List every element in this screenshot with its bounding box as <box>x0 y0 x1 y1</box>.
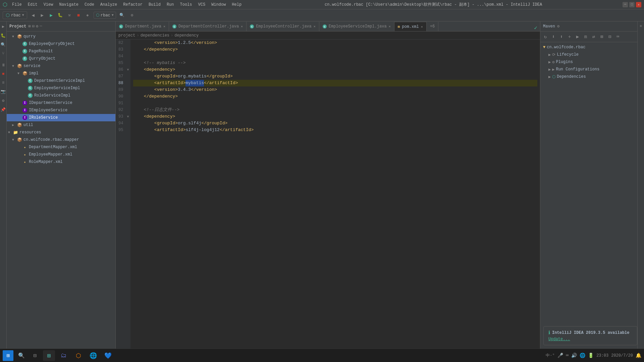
settings-toolbar-icon[interactable]: ⚙ <box>128 11 136 19</box>
tab-empserviceimpl-java[interactable]: C EmployeeServiceImpl.java ✕ <box>319 22 394 31</box>
menu-edit[interactable]: Edit <box>25 2 40 8</box>
tree-item-util[interactable]: ▶ 📦 util <box>7 121 115 129</box>
coverage-icon[interactable]: ◈ <box>84 11 92 19</box>
tree-item-pageresult[interactable]: C PageRusult <box>7 48 115 55</box>
tab-empcontroller-java[interactable]: C EmployeeController.java ✕ <box>247 22 319 31</box>
left-edge-camera-icon[interactable]: 📷 <box>1 89 6 94</box>
panel-collapse-icon[interactable]: ⊟ <box>32 24 35 29</box>
maven-link-icon[interactable]: ⌨ <box>614 33 622 41</box>
maven-upload-icon[interactable]: ⬆ <box>558 33 565 41</box>
run-button[interactable]: ▶ <box>47 11 55 19</box>
tab-close-empctrl[interactable]: ✕ <box>314 24 316 28</box>
panel-close-icon[interactable]: — <box>40 24 42 29</box>
left-edge-run-icon[interactable]: ▶ <box>2 24 4 29</box>
tree-item-deptserviceimpl[interactable]: C DepartmentServiceImpl <box>7 77 115 84</box>
taskbar-search-icon[interactable]: 🔍 <box>16 350 27 361</box>
tree-item-qurry[interactable]: ▼ 📦 qurry <box>7 33 115 40</box>
menu-file[interactable]: File <box>9 2 24 8</box>
tab-close-deptctrl[interactable]: ✕ <box>241 24 243 28</box>
tab-close-pom[interactable]: ✕ <box>421 25 423 29</box>
maven-expand-icon[interactable]: ⊞ <box>598 33 605 41</box>
maven-item-runconfigs[interactable]: ▶ ▶ Run Configurations <box>540 66 637 73</box>
tree-item-mapper[interactable]: ▼ 📦 cn.wolfcode.rbac.mapper <box>7 136 115 143</box>
start-button[interactable]: ⊞ <box>3 350 13 361</box>
menu-navigate[interactable]: Navigate <box>56 2 81 8</box>
panel-settings-icon[interactable]: ⚙ <box>36 24 38 29</box>
taskbar-app2[interactable]: 🗂 <box>58 350 70 361</box>
tree-item-empmapper[interactable]: ✦ EmployeeMapper.xml <box>7 151 115 158</box>
menu-build[interactable]: Build <box>146 2 163 8</box>
menu-analyze[interactable]: Analyze <box>98 2 120 8</box>
tab-close-department[interactable]: ✕ <box>163 24 165 28</box>
left-edge-pause-icon[interactable]: ⏸ <box>1 63 5 68</box>
maven-download-icon[interactable]: ⬇ <box>550 33 557 41</box>
tree-item-employeeqo[interactable]: C EmployeeQurryObject <box>7 40 115 48</box>
maven-add-icon[interactable]: + <box>566 33 573 41</box>
menu-code[interactable]: Code <box>82 2 97 8</box>
right-edge-icon1[interactable]: ≡ <box>640 24 642 28</box>
navigate-forward-icon[interactable]: ▶ <box>38 11 46 19</box>
code-area[interactable]: <version>1.2.5</version> </dependency> <… <box>130 40 540 353</box>
taskbar-taskview-icon[interactable]: ⊟ <box>30 350 40 361</box>
tab-deptcontroller-java[interactable]: C DepartmentController.java ✕ <box>169 22 247 31</box>
taskbar-app4[interactable]: 🌐 <box>87 350 99 361</box>
stop-button[interactable]: ■ <box>74 11 83 19</box>
breadcrumb-dependencies[interactable]: dependencies <box>141 33 169 38</box>
menu-tools[interactable]: Tools <box>177 2 195 8</box>
tab-close-empserviceimpl[interactable]: ✕ <box>389 24 391 28</box>
tree-item-roleserviceimpl[interactable]: C RoleServiceImpl <box>7 92 115 99</box>
fold-93[interactable]: ▼ <box>127 113 129 120</box>
tree-item-iempservice[interactable]: I IEmployeeService <box>7 107 115 114</box>
tree-item-ideptservice[interactable]: I IDepartmentService <box>7 99 115 107</box>
menu-refactor[interactable]: Refactor <box>120 2 145 8</box>
maven-item-lifecycle[interactable]: ▶ ⟳ Lifecycle <box>540 51 637 58</box>
left-edge-pin-icon[interactable]: 📌 <box>1 107 6 112</box>
maven-project-root[interactable]: ▼ cn.wolfcode.rbac <box>540 44 637 51</box>
maven-item-plugins[interactable]: ▶ ⚙ Plugins <box>540 58 637 66</box>
tree-item-impl[interactable]: ▼ 📦 impl <box>7 70 115 77</box>
tree-item-empserviceimpl[interactable]: C EmployeeServiceImpl <box>7 84 115 92</box>
debug-button[interactable]: 🐛 <box>56 11 64 19</box>
tab-department-java[interactable]: C Department.java ✕ <box>116 22 169 31</box>
project-selector[interactable]: ⬡ rbac ▼ <box>3 11 27 19</box>
maximize-button[interactable]: □ <box>629 2 635 7</box>
navigate-back-icon[interactable]: ◀ <box>29 11 37 19</box>
left-edge-debug-icon[interactable]: 🐛 <box>1 33 6 38</box>
left-edge-vcs-icon[interactable]: ⑂ <box>2 51 4 56</box>
menu-run[interactable]: Run <box>164 2 177 8</box>
search-toolbar-icon[interactable]: 🔍 <box>118 11 126 19</box>
maven-settings-icon[interactable]: ⚙ <box>557 24 559 29</box>
taskbar-app5[interactable]: 💙 <box>102 350 114 361</box>
tree-item-service[interactable]: ▼ 📦 service <box>7 62 115 70</box>
maven-collapse-icon[interactable]: ⊟ <box>606 33 613 41</box>
run-config-selector[interactable]: ⬡ rbac ▼ <box>94 12 116 19</box>
menu-view[interactable]: View <box>41 2 56 8</box>
close-button[interactable]: ✕ <box>636 2 641 7</box>
taskbar-app1[interactable]: ⊞ <box>43 350 55 361</box>
build-icon[interactable]: ⚒ <box>65 11 73 19</box>
menu-vcs[interactable]: VCS <box>196 2 208 8</box>
maven-skip-icon[interactable]: m <box>582 33 589 41</box>
menu-window[interactable]: Window <box>209 2 228 8</box>
tab-more[interactable]: +6 <box>427 22 438 31</box>
panel-expand-icon[interactable]: ⊞ <box>28 24 31 29</box>
maven-item-dependencies[interactable]: ▶ ⬡ Dependencies <box>540 73 637 80</box>
tab-pom-xml[interactable]: m pom.xml ✕ <box>394 22 427 31</box>
breadcrumb-dependency[interactable]: dependency <box>174 33 199 38</box>
left-edge-search-icon[interactable]: 🔍 <box>1 42 6 47</box>
notification-link[interactable]: Update... <box>548 337 570 342</box>
menu-help[interactable]: Help <box>229 2 244 8</box>
tree-item-resources[interactable]: ▼ 📁 resources <box>7 129 115 136</box>
tree-item-qurryobj[interactable]: C QurryObject <box>7 55 115 62</box>
left-edge-stop-icon[interactable]: ■ <box>2 72 4 76</box>
maven-run-icon[interactable]: ▶ <box>574 33 581 41</box>
tree-item-iroleservice[interactable]: I IRoleService <box>7 114 115 121</box>
taskbar-app3[interactable]: ⬡ <box>72 350 85 361</box>
left-edge-terminal-icon[interactable]: ≡ <box>2 80 4 85</box>
fold-86[interactable]: ▼ <box>127 66 129 73</box>
left-edge-settings-icon[interactable]: ⚙ <box>2 98 4 103</box>
breadcrumb-project[interactable]: project <box>118 33 135 38</box>
minimize-button[interactable]: ─ <box>623 2 628 7</box>
tree-item-rolemapper[interactable]: ✦ RoleMapper.xml <box>7 158 115 166</box>
maven-toggle-icon[interactable]: ⇄ <box>590 33 597 41</box>
